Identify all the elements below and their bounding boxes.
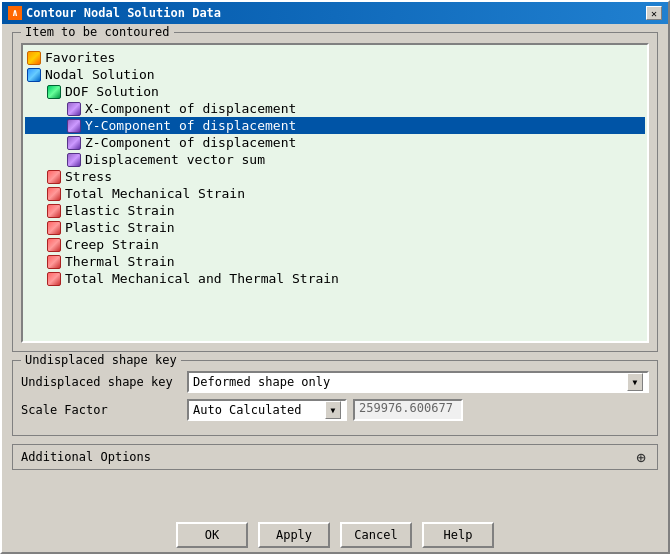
tree-icon-dof-solution [47,85,61,99]
tree-item-plastic[interactable]: Plastic Strain [25,219,645,236]
scale-row: Scale Factor Auto Calculated ▼ 259976.60… [21,399,649,421]
tree-label-plastic: Plastic Strain [65,220,175,235]
cancel-button[interactable]: Cancel [340,522,412,548]
tree-icon-stress [47,170,61,184]
tree-group: Item to be contoured FavoritesNodal Solu… [12,32,658,352]
tree-label-favorites: Favorites [45,50,115,65]
expand-icon: ⊕ [633,449,649,465]
tree-icon-favorites [27,51,41,65]
tree-item-disp-vec[interactable]: Displacement vector sum [25,151,645,168]
tree-label-thermal: Thermal Strain [65,254,175,269]
tree-label-dof-solution: DOF Solution [65,84,159,99]
additional-options-label: Additional Options [21,450,151,464]
scale-select[interactable]: Auto Calculated ▼ [187,399,347,421]
tree-item-stress[interactable]: Stress [25,168,645,185]
button-row: OK Apply Cancel Help [2,516,668,552]
tree-icon-creep [47,238,61,252]
help-button[interactable]: Help [422,522,494,548]
tree-item-y-disp[interactable]: Y-Component of displacement [25,117,645,134]
tree-item-total-mech-thermal[interactable]: Total Mechanical and Thermal Strain [25,270,645,287]
tree-group-label: Item to be contoured [21,25,174,39]
ok-button[interactable]: OK [176,522,248,548]
tree-item-favorites[interactable]: Favorites [25,49,645,66]
tree-label-creep: Creep Strain [65,237,159,252]
tree-item-z-disp[interactable]: Z-Component of displacement [25,134,645,151]
tree-label-y-disp: Y-Component of displacement [85,118,296,133]
tree-icon-total-mech [47,187,61,201]
tree-icon-z-disp [67,136,81,150]
tree-label-total-mech: Total Mechanical Strain [65,186,245,201]
close-button[interactable]: ✕ [646,6,662,20]
tree-icon-elastic [47,204,61,218]
tree-icon-total-mech-thermal [47,272,61,286]
tree-label-stress: Stress [65,169,112,184]
tree-item-x-disp[interactable]: X-Component of displacement [25,100,645,117]
tree-item-creep[interactable]: Creep Strain [25,236,645,253]
tree-label-total-mech-thermal: Total Mechanical and Thermal Strain [65,271,339,286]
tree-icon-thermal [47,255,61,269]
main-window: ∧ Contour Nodal Solution Data ✕ Item to … [0,0,670,554]
tree-icon-x-disp [67,102,81,116]
tree-icon-disp-vec [67,153,81,167]
undisplaced-label: Undisplaced shape key [21,375,181,389]
tree-container[interactable]: FavoritesNodal SolutionDOF SolutionX-Com… [21,43,649,343]
tree-inner: FavoritesNodal SolutionDOF SolutionX-Com… [23,45,647,291]
tree-icon-y-disp [67,119,81,133]
tree-item-elastic[interactable]: Elastic Strain [25,202,645,219]
scale-value: Auto Calculated [193,403,325,417]
tree-item-thermal[interactable]: Thermal Strain [25,253,645,270]
scale-input[interactable]: 259976.600677 [353,399,463,421]
tree-label-x-disp: X-Component of displacement [85,101,296,116]
undisplaced-arrow[interactable]: ▼ [627,373,643,391]
tree-label-nodal-solution: Nodal Solution [45,67,155,82]
tree-item-nodal-solution[interactable]: Nodal Solution [25,66,645,83]
undisplaced-row: Undisplaced shape key Deformed shape onl… [21,371,649,393]
tree-label-z-disp: Z-Component of displacement [85,135,296,150]
tree-icon-nodal-solution [27,68,41,82]
undisplaced-value: Deformed shape only [193,375,627,389]
tree-icon-plastic [47,221,61,235]
tree-label-elastic: Elastic Strain [65,203,175,218]
undisplaced-select[interactable]: Deformed shape only ▼ [187,371,649,393]
scale-label: Scale Factor [21,403,181,417]
title-bar: ∧ Contour Nodal Solution Data ✕ [2,2,668,24]
additional-options[interactable]: Additional Options ⊕ [12,444,658,470]
shape-group-label: Undisplaced shape key [21,353,181,367]
shape-group: Undisplaced shape key Undisplaced shape … [12,360,658,436]
tree-item-dof-solution[interactable]: DOF Solution [25,83,645,100]
tree-item-total-mech[interactable]: Total Mechanical Strain [25,185,645,202]
content-area: Item to be contoured FavoritesNodal Solu… [2,24,668,516]
title-bar-left: ∧ Contour Nodal Solution Data [8,6,221,20]
tree-label-disp-vec: Displacement vector sum [85,152,265,167]
scale-arrow[interactable]: ▼ [325,401,341,419]
apply-button[interactable]: Apply [258,522,330,548]
app-icon: ∧ [8,6,22,20]
window-title: Contour Nodal Solution Data [26,6,221,20]
